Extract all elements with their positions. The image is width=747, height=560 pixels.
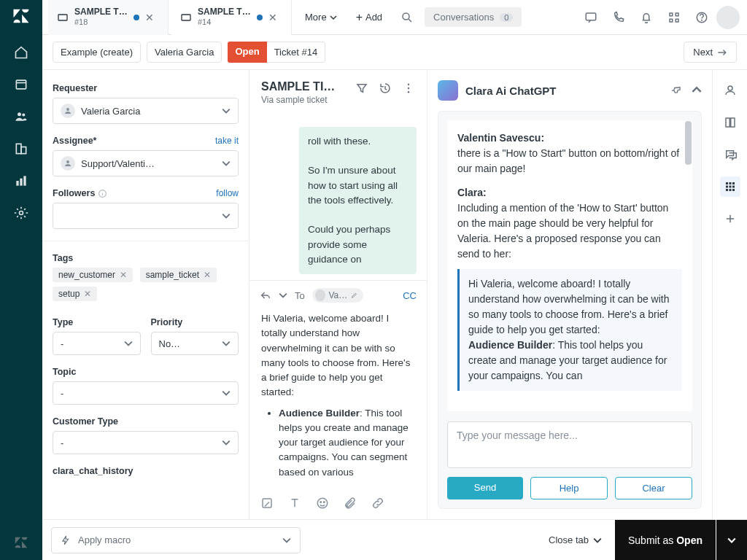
tag-chip: setup✕ xyxy=(53,287,97,301)
svg-point-8 xyxy=(20,211,23,215)
svg-point-23 xyxy=(408,88,409,89)
svg-rect-13 xyxy=(670,13,673,16)
tab-ticket-14[interactable]: SAMPLE T… #14 ✕ xyxy=(171,0,292,35)
bell-icon[interactable] xyxy=(633,4,659,31)
add-button[interactable]: +Add xyxy=(349,7,390,28)
close-icon[interactable]: ✕ xyxy=(145,12,154,23)
emoji-icon[interactable] xyxy=(315,496,330,510)
add-app-icon[interactable] xyxy=(720,209,740,229)
next-button[interactable]: Next xyxy=(684,42,737,63)
clara-send-button[interactable]: Send xyxy=(447,477,523,499)
clara-input[interactable]: Type your message here... xyxy=(447,421,692,468)
to-label: To xyxy=(295,290,305,301)
reply-back-icon[interactable] xyxy=(260,290,271,300)
followers-select[interactable] xyxy=(53,203,239,229)
crumb-example[interactable]: Example (create) xyxy=(53,42,141,63)
svg-point-2 xyxy=(22,113,25,116)
topic-label: Topic xyxy=(53,367,239,377)
views-icon[interactable] xyxy=(12,76,30,93)
svg-rect-38 xyxy=(732,189,735,191)
user-avatar[interactable] xyxy=(716,6,740,29)
lightning-icon xyxy=(61,535,71,545)
remove-tag-icon[interactable]: ✕ xyxy=(204,270,211,280)
scrollbar[interactable] xyxy=(685,121,692,165)
requester-label: Requester xyxy=(53,83,239,93)
reports-icon[interactable] xyxy=(12,172,30,190)
phone-icon[interactable] xyxy=(605,4,632,31)
chevron-down-icon xyxy=(282,536,291,545)
chevron-down-icon xyxy=(222,211,231,220)
tag-chip: new_customer✕ xyxy=(53,268,133,282)
assignee-select[interactable]: Support/Valenti… xyxy=(53,150,239,176)
svg-rect-4 xyxy=(21,147,26,154)
zendesk-products-icon[interactable] xyxy=(12,534,30,551)
requester-select[interactable]: Valeria Garcia xyxy=(53,98,239,124)
type-select[interactable]: - xyxy=(53,332,141,355)
conversations-button[interactable]: Conversations 0 xyxy=(425,7,522,27)
more-menu[interactable]: More xyxy=(298,7,344,27)
tab-title: SAMPLE T… xyxy=(198,7,251,18)
help-icon[interactable] xyxy=(689,4,715,31)
home-icon[interactable] xyxy=(12,44,30,61)
clara-conversation[interactable]: Valentin Savescu:there is a "How to Star… xyxy=(447,120,692,411)
svg-point-1 xyxy=(18,112,21,116)
close-tab-button[interactable]: Close tab xyxy=(549,534,602,545)
close-icon[interactable]: ✕ xyxy=(268,12,277,23)
text-format-icon[interactable] xyxy=(287,496,302,510)
conversation-panel: SAMPLE TI… Via sample ticket roll with t… xyxy=(249,70,427,519)
followers-label: Followers xyxy=(53,188,95,198)
apps-icon[interactable] xyxy=(720,176,740,197)
pin-icon[interactable] xyxy=(671,85,683,96)
compose-body[interactable]: Hi Valeria, welcome aboard! I totally un… xyxy=(260,303,417,489)
customer-type-select[interactable]: - xyxy=(53,431,239,454)
conversations-label: Conversations xyxy=(433,12,494,23)
remove-tag-icon[interactable]: ✕ xyxy=(84,289,91,299)
chat-icon[interactable] xyxy=(578,4,604,31)
more-icon[interactable] xyxy=(402,82,415,95)
submit-button[interactable]: Submit as Open xyxy=(615,520,716,561)
take-it-link[interactable]: take it xyxy=(215,136,239,146)
follow-link[interactable]: follow xyxy=(216,188,239,198)
comments-icon[interactable] xyxy=(720,144,740,165)
crumb-requester[interactable]: Valeria Garcia xyxy=(147,42,222,63)
apply-macro[interactable]: Apply macro xyxy=(51,527,301,553)
attachment-icon[interactable] xyxy=(343,496,357,510)
history-icon[interactable] xyxy=(379,82,392,95)
cc-link[interactable]: CC xyxy=(403,290,417,301)
link-icon[interactable] xyxy=(371,496,385,510)
tags-container[interactable]: new_customer✕ sample_ticket✕ setup✕ xyxy=(53,268,239,306)
user-context-icon[interactable] xyxy=(720,80,740,101)
search-icon[interactable] xyxy=(394,4,420,31)
person-icon xyxy=(61,104,75,118)
filter-icon[interactable] xyxy=(355,82,368,95)
customer-type-label: Customer Type xyxy=(53,416,239,427)
insert-note-icon[interactable] xyxy=(260,496,274,510)
clara-help-button[interactable]: Help xyxy=(530,477,608,499)
brand-logo[interactable] xyxy=(11,6,31,26)
topic-select[interactable]: - xyxy=(53,381,239,405)
tab-sub: #18 xyxy=(74,18,128,27)
admin-icon[interactable] xyxy=(12,204,30,222)
submit-dropdown[interactable] xyxy=(716,520,747,561)
svg-rect-5 xyxy=(16,181,18,186)
remove-tag-icon[interactable]: ✕ xyxy=(120,270,127,280)
clara-clear-button[interactable]: Clear xyxy=(615,477,692,499)
svg-rect-10 xyxy=(182,15,190,20)
org-icon[interactable] xyxy=(12,140,30,158)
svg-rect-0 xyxy=(16,80,26,89)
collapse-chevron-icon[interactable] xyxy=(692,85,702,96)
to-recipient-chip[interactable]: Val… xyxy=(312,288,363,303)
messages-scroll[interactable]: roll with these. So I'm unsure about how… xyxy=(249,112,427,280)
bottom-bar: Apply macro Close tab Submit as Open xyxy=(42,519,747,560)
edit-pencil-icon[interactable] xyxy=(351,292,357,299)
requester-value: Valeria Garcia xyxy=(81,106,140,117)
apps-grid-icon[interactable] xyxy=(661,4,687,31)
tab-ticket-18[interactable]: SAMPLE T… #18 ✕ xyxy=(48,0,169,35)
tab-bar: SAMPLE T… #18 ✕ SAMPLE T… #14 ✕ More +Ad… xyxy=(42,0,747,35)
customers-icon[interactable] xyxy=(12,108,30,125)
reply-type-chevron-icon[interactable] xyxy=(279,291,287,300)
priority-select[interactable]: No… xyxy=(151,332,239,355)
clara-history-label: clara_chat_history xyxy=(53,466,239,476)
tab-sub: #14 xyxy=(198,18,251,27)
knowledge-icon[interactable] xyxy=(720,112,740,133)
